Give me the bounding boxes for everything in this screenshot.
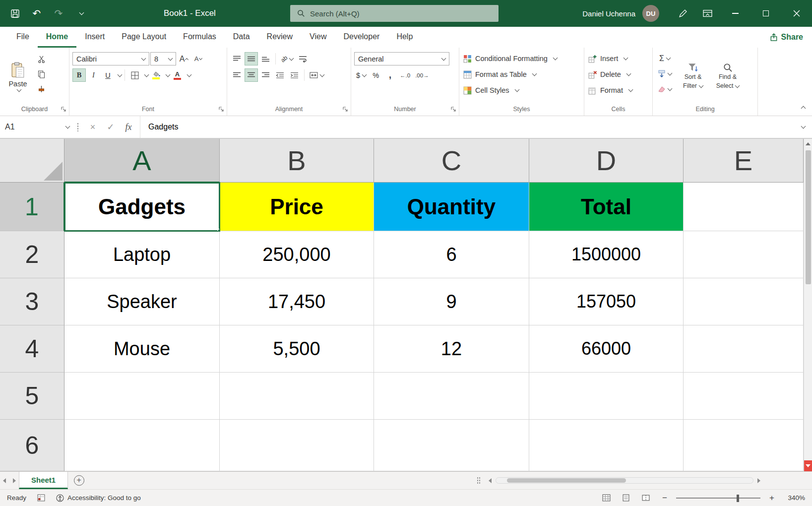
cell-B3[interactable]: 17,450 (220, 278, 374, 325)
selection-fill-handle[interactable] (217, 229, 220, 231)
scroll-down-button[interactable] (804, 460, 812, 471)
decrease-indent-button[interactable] (273, 68, 287, 82)
enter-button[interactable]: ✓ (102, 119, 119, 135)
tab-developer[interactable]: Developer (335, 27, 388, 48)
sheet-tab-sheet1[interactable]: Sheet1 (19, 472, 68, 489)
sheet-nav-left-button[interactable] (3, 478, 6, 483)
font-name-select[interactable]: Calibri (72, 52, 149, 65)
tab-help[interactable]: Help (388, 27, 421, 48)
accounting-format-button[interactable]: $ (354, 68, 368, 82)
underline-button[interactable]: U (101, 68, 115, 82)
zoom-in-button[interactable]: + (765, 492, 778, 505)
align-top-button[interactable] (230, 52, 244, 65)
cell-A4[interactable]: Mouse (64, 325, 220, 373)
cell-A3[interactable]: Speaker (64, 278, 220, 325)
scroll-left-button[interactable] (485, 475, 496, 486)
align-center-button[interactable] (245, 68, 258, 82)
column-header-C[interactable]: C (374, 139, 529, 183)
new-sheet-button[interactable]: + (68, 472, 90, 489)
zoom-slider[interactable] (676, 492, 760, 505)
cell-styles-button[interactable]: Cell Styles (462, 82, 581, 98)
cell-A5[interactable] (64, 373, 220, 420)
zoom-level[interactable]: 340% (783, 494, 805, 502)
clear-button[interactable] (656, 82, 674, 96)
ribbon-display-options-button[interactable] (695, 0, 720, 27)
increase-font-size-button[interactable]: A (177, 52, 190, 65)
share-button[interactable]: Share (770, 27, 803, 48)
undo-button[interactable]: ↶ (26, 0, 48, 27)
redo-button[interactable]: ↷ (48, 0, 69, 27)
merge-center-button[interactable] (308, 68, 326, 82)
column-header-D[interactable]: D (529, 139, 684, 183)
row-header-2[interactable]: 2 (0, 231, 64, 278)
find-select-button[interactable]: Find & Select (712, 51, 743, 103)
row-header-5[interactable]: 5 (0, 373, 64, 420)
align-left-button[interactable] (230, 68, 244, 82)
expand-formula-bar-button[interactable] (792, 116, 812, 138)
column-header-A[interactable]: A (64, 139, 220, 183)
cell-C5[interactable] (374, 373, 529, 420)
tab-insert[interactable]: Insert (76, 27, 113, 48)
row-header-1[interactable]: 1 (0, 183, 64, 231)
cell-E4[interactable] (684, 325, 804, 373)
align-right-button[interactable] (259, 68, 272, 82)
underline-options-chevron[interactable] (118, 72, 123, 77)
increase-decimal-button[interactable]: ←.0 (398, 68, 412, 82)
user-name[interactable]: Daniel Uchenna (582, 9, 635, 18)
macro-record-button[interactable] (37, 494, 45, 502)
cell-E1[interactable] (684, 183, 804, 231)
copy-button[interactable] (35, 67, 48, 81)
vertical-scrollbar[interactable] (804, 139, 812, 471)
insert-cells-button[interactable]: Insert (587, 51, 649, 66)
cancel-button[interactable]: × (84, 119, 101, 135)
cell-D6[interactable] (529, 420, 684, 471)
cell-A2[interactable]: Laptop (64, 231, 220, 278)
alignment-dialog-launcher[interactable] (342, 106, 348, 112)
sort-filter-button[interactable]: Sort & Filter (678, 51, 708, 103)
borders-button[interactable] (128, 68, 141, 82)
decrease-decimal-button[interactable]: .00→ (413, 68, 431, 82)
cell-C4[interactable]: 12 (374, 325, 529, 373)
horizontal-scroll-thumb[interactable] (507, 478, 626, 483)
font-color-options-chevron[interactable] (187, 72, 192, 77)
font-dialog-launcher[interactable] (218, 106, 224, 112)
cell-A1[interactable]: Gadgets (64, 183, 220, 231)
cell-D3[interactable]: 157050 (529, 278, 684, 325)
scroll-right-button[interactable] (753, 475, 764, 486)
search-input[interactable]: Search (Alt+Q) (290, 5, 499, 22)
cell-E2[interactable] (684, 231, 804, 278)
cell-D1[interactable]: Total (529, 183, 684, 231)
cell-A6[interactable] (64, 420, 220, 471)
comma-style-button[interactable]: , (383, 68, 397, 82)
collapse-ribbon-button[interactable] (799, 104, 805, 112)
autosum-button[interactable]: Σ (656, 52, 674, 65)
orientation-button[interactable]: ab (279, 52, 295, 65)
format-cells-button[interactable]: Format (587, 82, 649, 98)
format-painter-button[interactable] (35, 82, 48, 96)
tab-bar-splitter[interactable] (473, 472, 485, 489)
name-box[interactable]: A1 (0, 116, 74, 138)
cell-C2[interactable]: 6 (374, 231, 529, 278)
inking-button[interactable] (670, 0, 695, 27)
vertical-scroll-thumb[interactable] (806, 150, 811, 284)
tab-file[interactable]: File (8, 27, 38, 48)
font-size-select[interactable]: 8 (150, 52, 176, 65)
insert-function-button[interactable]: fx (120, 119, 137, 135)
cell-B4[interactable]: 5,500 (220, 325, 374, 373)
fill-button[interactable] (656, 67, 674, 80)
wrap-text-button[interactable] (296, 52, 310, 65)
page-layout-view-button[interactable] (619, 492, 633, 505)
column-header-B[interactable]: B (220, 139, 374, 183)
cut-button[interactable] (35, 53, 48, 66)
tab-review[interactable]: Review (258, 27, 301, 48)
select-all-corner[interactable] (0, 139, 64, 183)
customize-qat-button[interactable] (69, 0, 91, 27)
scroll-up-button[interactable] (804, 139, 812, 149)
cell-B6[interactable] (220, 420, 374, 471)
cell-B5[interactable] (220, 373, 374, 420)
close-button[interactable] (781, 0, 812, 27)
page-break-preview-button[interactable] (638, 492, 653, 505)
zoom-slider-thumb[interactable] (737, 495, 739, 502)
cell-E6[interactable] (684, 420, 804, 471)
cell-D5[interactable] (529, 373, 684, 420)
